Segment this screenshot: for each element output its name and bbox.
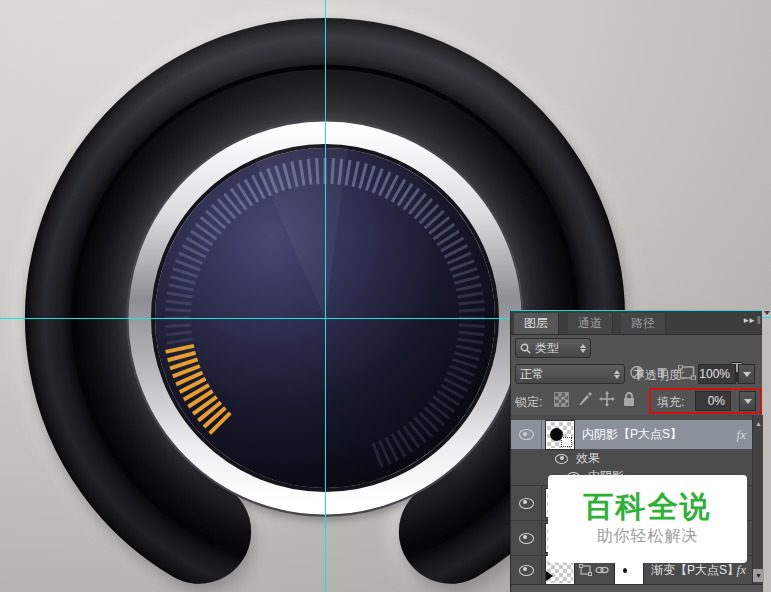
layer-name: 渐变【P大点S】 [651,562,739,579]
search-icon [520,343,531,354]
layer-row-inner-shadow[interactable]: 内阴影【P大点S】 fx [511,420,752,449]
fill-highlight-box: 填充: 0% [649,388,762,414]
scroll-up-button[interactable]: ▲ [753,417,764,430]
lock-all-icon[interactable] [622,391,636,407]
tab-layers[interactable]: 图层 [514,313,559,334]
fx-badge[interactable]: fx [737,427,746,443]
eye-icon[interactable] [555,454,568,464]
panel-divider-icon: ‖ [757,315,761,326]
lock-position-move-icon[interactable] [599,391,615,407]
filter-type-label: 类型 [535,340,559,357]
watermark-subtitle: 助你轻松解决 [597,526,699,547]
eye-icon [519,429,534,440]
fx-badge[interactable]: fx [737,562,746,578]
link-chain-icon[interactable] [595,565,609,575]
fill-caret-button[interactable] [739,391,756,411]
vertical-guide [325,0,326,592]
filter-type-dropdown[interactable]: 类型 [515,338,591,358]
blend-row: 正常 不透明度: 100% [511,361,762,387]
opacity-caret-button[interactable] [738,364,755,384]
watermark: 百科全说 助你轻松解决 [548,475,747,563]
fill-value[interactable]: 0% [695,391,731,411]
filter-row: 类型 T [511,335,762,361]
eye-icon [519,498,534,509]
clip-arrow-icon [546,571,553,581]
mask-dot [623,568,627,573]
watermark-title: 百科全说 [584,492,712,522]
lock-label: 锁定: [515,394,542,411]
updown-icon [580,344,586,353]
visibility-cell[interactable] [511,420,542,449]
horizontal-guide-fragment [762,317,771,318]
tab-channels[interactable]: 通道 [568,313,613,334]
opacity-label: 不透明度: [633,367,684,384]
vector-mask-icon[interactable] [579,564,592,576]
layer-name: 内阴影【P大点S】 [582,426,682,443]
effects-label: 效果 [576,450,600,467]
lock-row: 锁定: 填充: 0% [511,387,762,415]
visibility-cell[interactable] [511,521,542,555]
visibility-cell[interactable] [511,556,542,584]
blend-mode-value: 正常 [520,366,544,383]
list-scrollbar[interactable]: ▲ ▼ [752,415,763,584]
canvas-strip [762,310,771,592]
lock-paint-brush-icon[interactable] [577,391,593,407]
panel-collapse-icon[interactable]: ►► [742,316,754,325]
vector-mask-badge [561,437,572,447]
chevron-down-icon [744,399,752,404]
chevron-down-icon[interactable] [764,311,770,315]
updown-icon [614,370,620,379]
blend-mode-dropdown[interactable]: 正常 [515,364,625,384]
fill-label: 填充: [657,394,684,411]
lock-transparency-icon[interactable] [555,393,568,406]
scroll-down-button[interactable]: ▼ [753,569,764,582]
effects-row[interactable]: 效果 [511,449,752,468]
eye-icon [519,533,534,544]
panel-tab-bar: 图层 通道 路径 ►► ‖ [511,311,762,335]
layer-thumbnail[interactable] [546,421,574,449]
photoshop-workspace: 图层 通道 路径 ►► ‖ 类型 [0,0,771,592]
panel-footer [511,584,763,592]
eye-icon [519,565,534,576]
opacity-value[interactable]: 100% [698,364,736,384]
chevron-down-icon [743,372,751,377]
visibility-cell[interactable] [511,486,542,520]
tab-paths[interactable]: 路径 [621,313,666,334]
